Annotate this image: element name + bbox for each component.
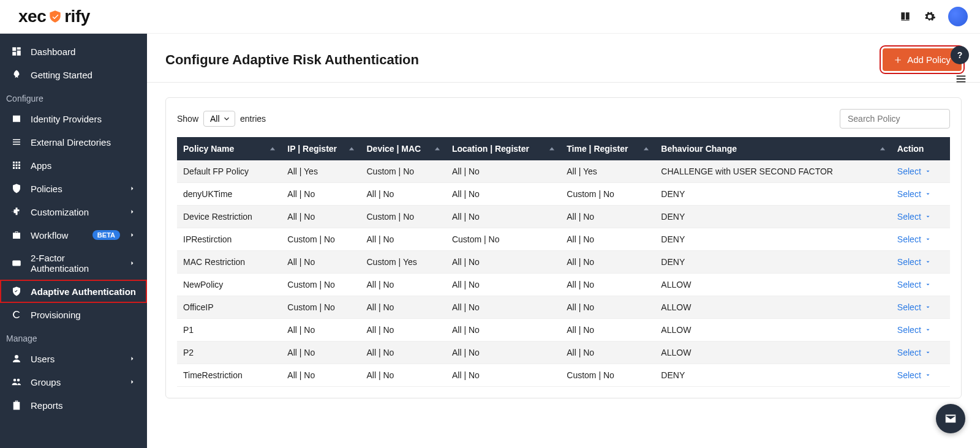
- col-time-register[interactable]: Time | Register: [560, 137, 655, 160]
- cell: NewPolicy: [177, 274, 281, 296]
- nav-label: Provisioning: [31, 310, 136, 320]
- cell: ALLOW: [655, 342, 891, 364]
- nav-customization[interactable]: Customization: [0, 200, 147, 223]
- col-location-register[interactable]: Location | Register: [446, 137, 560, 160]
- entries-select[interactable]: All: [203, 111, 235, 127]
- row-action-select[interactable]: Select: [897, 166, 931, 176]
- cell: All | No: [281, 183, 360, 206]
- cell: TimeRestriction: [177, 364, 281, 387]
- cell: Custom | No: [281, 296, 360, 319]
- nav-label: External Directories: [31, 137, 136, 147]
- cell: All | No: [446, 364, 560, 387]
- side-menu-toggle[interactable]: [954, 72, 968, 86]
- cell-action: Select: [891, 296, 950, 319]
- table-row: NewPolicyCustom | NoAll | NoAll | NoAll …: [177, 274, 950, 296]
- chevron-right-icon: [129, 208, 136, 215]
- nav-getting-started[interactable]: Getting Started: [0, 63, 147, 86]
- cell: MAC Restriction: [177, 251, 281, 274]
- caret-down-icon: [925, 236, 931, 242]
- chevron-right-icon: [129, 378, 136, 386]
- caret-down-icon: [925, 191, 931, 197]
- row-action-select[interactable]: Select: [897, 189, 931, 199]
- rocket-icon: [11, 69, 22, 80]
- group-icon: [11, 376, 22, 387]
- section-manage: Manage: [0, 326, 147, 347]
- caret-down-icon: [925, 327, 931, 333]
- nav-label: 2-Factor Authentication: [31, 253, 120, 274]
- settings-icon[interactable]: [924, 10, 936, 23]
- nav-adaptive-authentication[interactable]: Adaptive Authentication: [0, 280, 147, 303]
- brand-logo: xec rify: [18, 7, 90, 26]
- search-input[interactable]: [840, 109, 950, 129]
- cell: DENY: [655, 206, 891, 228]
- row-action-select[interactable]: Select: [897, 348, 931, 357]
- add-policy-button[interactable]: Add Policy: [883, 48, 962, 71]
- row-action-select[interactable]: Select: [897, 234, 931, 244]
- row-action-select[interactable]: Select: [897, 280, 931, 289]
- nav-apps[interactable]: Apps: [0, 154, 147, 177]
- row-action-select[interactable]: Select: [897, 257, 931, 267]
- user-avatar[interactable]: [948, 7, 968, 26]
- row-action-select[interactable]: Select: [897, 325, 931, 335]
- plus-icon: [894, 56, 902, 64]
- caret-down-icon: [925, 349, 931, 356]
- cell: All | No: [446, 251, 560, 274]
- nav-identity-providers[interactable]: Identity Providers: [0, 107, 147, 130]
- nav-label: Users: [31, 354, 120, 364]
- row-action-select[interactable]: Select: [897, 212, 931, 222]
- cell: All | Yes: [560, 160, 655, 183]
- cell: DENY: [655, 364, 891, 387]
- nav-provisioning[interactable]: Provisioning: [0, 303, 147, 326]
- cell-action: Select: [891, 251, 950, 274]
- cell-action: Select: [891, 206, 950, 228]
- row-action-select[interactable]: Select: [897, 302, 931, 312]
- col-action[interactable]: Action: [891, 137, 950, 160]
- cell: DENY: [655, 251, 891, 274]
- nav-external-directories[interactable]: External Directories: [0, 130, 147, 154]
- user-icon: [11, 353, 22, 364]
- cell: Custom | No: [446, 228, 560, 251]
- chevron-right-icon: [129, 259, 136, 267]
- beta-badge: BETA: [92, 230, 120, 240]
- nav-label: Identity Providers: [31, 114, 136, 124]
- cell: All | No: [560, 296, 655, 319]
- nav-users[interactable]: Users: [0, 347, 147, 370]
- cell: P1: [177, 319, 281, 342]
- show-label: Show: [177, 114, 198, 124]
- nav-dashboard[interactable]: Dashboard: [0, 40, 147, 63]
- nav-label: Workflow: [31, 230, 84, 241]
- contact-mail-button[interactable]: [936, 404, 965, 433]
- table-row: P2All | NoAll | NoAll | NoAll | NoALLOWS…: [177, 342, 950, 364]
- cell: All | Yes: [281, 160, 360, 183]
- cell: All | No: [281, 251, 360, 274]
- col-ip-register[interactable]: IP | Register: [281, 137, 360, 160]
- col-behaviour-change[interactable]: Behaviour Change: [655, 137, 891, 160]
- col-device-mac[interactable]: Device | MAC: [360, 137, 445, 160]
- table-row: TimeRestrictionAll | NoAll | NoAll | NoC…: [177, 364, 950, 387]
- nav-groups[interactable]: Groups: [0, 370, 147, 394]
- section-configure: Configure: [0, 86, 147, 107]
- cell: IPRestirction: [177, 228, 281, 251]
- cell-action: Select: [891, 183, 950, 206]
- cell: Custom | No: [360, 160, 445, 183]
- caret-down-icon: [925, 372, 931, 378]
- nav-label: Apps: [31, 160, 136, 171]
- clipboard-icon: [11, 400, 22, 411]
- cell: ALLOW: [655, 274, 891, 296]
- nav-label: Dashboard: [31, 47, 136, 57]
- cell: Custom | No: [560, 364, 655, 387]
- cell: All | No: [560, 228, 655, 251]
- nav-policies[interactable]: Policies: [0, 177, 147, 200]
- nav-2-factor-authentication[interactable]: 2-Factor Authentication: [0, 247, 147, 280]
- col-policy-name[interactable]: Policy Name: [177, 137, 281, 160]
- chevron-right-icon: [129, 355, 136, 362]
- nav-workflow[interactable]: WorkflowBETA: [0, 223, 147, 247]
- cell: All | No: [446, 160, 560, 183]
- add-policy-label: Add Policy: [907, 54, 951, 65]
- brand-text-pre: xec: [18, 7, 46, 26]
- help-button[interactable]: ?: [951, 46, 969, 64]
- nav-reports[interactable]: Reports: [0, 394, 147, 417]
- docs-icon[interactable]: [899, 10, 911, 23]
- row-action-select[interactable]: Select: [897, 370, 931, 380]
- twofa-icon: [11, 258, 22, 269]
